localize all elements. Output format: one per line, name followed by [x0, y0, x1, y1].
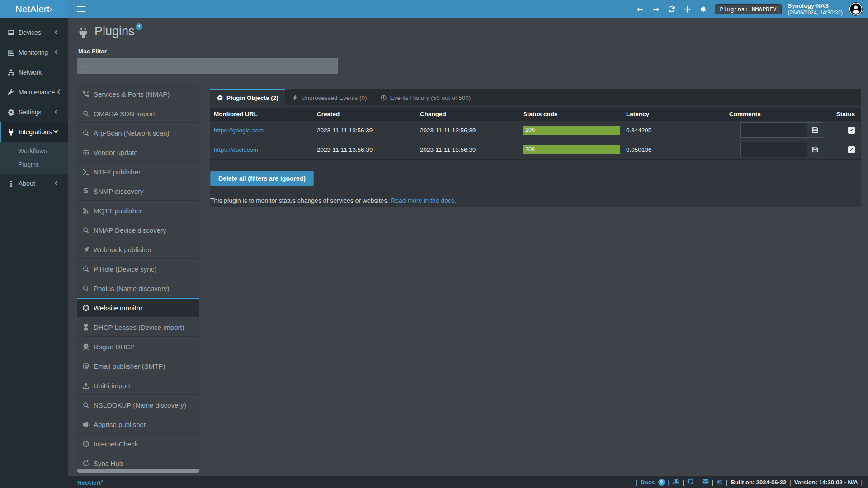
- sidebar-item-maintenance[interactable]: Maintenance: [0, 82, 68, 102]
- save-comment-button[interactable]: [807, 142, 823, 157]
- plugin-item-vendor-update[interactable]: Vendor update: [77, 142, 199, 162]
- cube-icon: [217, 95, 223, 101]
- upload-icon: [81, 382, 90, 389]
- chevron-down-icon: [52, 128, 63, 136]
- nav-icon-group: ←→: [632, 0, 711, 18]
- plugin-item-pholus-name-discovery[interactable]: Pholus (Name discovery): [77, 278, 199, 298]
- sidebar-item-monitoring[interactable]: Monitoring: [0, 42, 68, 62]
- sidebar-item-about[interactable]: About: [0, 174, 68, 193]
- plugin-item-email-publisher-smtp[interactable]: @Email publisher (SMTP): [77, 356, 199, 375]
- sidebar-item-devices[interactable]: Devices: [0, 23, 68, 42]
- plugin-item-label: Sync Hub: [94, 460, 123, 467]
- plugin-item-arp-scan-network-scan[interactable]: Arp-Scan (Network scan): [77, 123, 199, 142]
- status-code-bar: 200: [523, 126, 620, 135]
- description-text: This plugin is to monitor status changes…: [210, 197, 389, 204]
- plugins-list: Services & Ports (NMAP)OMADA SDN importA…: [77, 84, 199, 474]
- mac-filter-input[interactable]: [77, 58, 338, 74]
- plugin-item-label: NSLOOKUP (Name discovery): [94, 401, 186, 409]
- comment-input[interactable]: [740, 122, 807, 138]
- search-icon: [81, 110, 90, 117]
- user-avatar[interactable]: [849, 2, 863, 16]
- plugin-item-nslookup-name-discovery[interactable]: NSLOOKUP (Name discovery): [77, 395, 199, 414]
- plugin-item-label: DHCP Leases (Device import): [94, 324, 184, 331]
- footer-brand-link[interactable]: NetAlertx: [77, 479, 104, 486]
- plugin-item-label: Rogue DHCP: [94, 343, 135, 351]
- sidebar-toggle-button[interactable]: [75, 3, 87, 15]
- plugin-item-omada-sdn-import[interactable]: OMADA SDN import: [77, 103, 199, 123]
- sidebar-subitem-plugins[interactable]: Plugins: [0, 158, 68, 171]
- app-logo[interactable]: NetAlertx: [0, 0, 68, 18]
- plugin-description: This plugin is to monitor status changes…: [210, 197, 861, 204]
- rss-icon: [81, 207, 90, 214]
- tab-bar: Plugin Objects (2)Unprocessed Events (0)…: [210, 89, 861, 105]
- plugin-item-ntfy-publisher[interactable]: NTFY publisher: [77, 162, 199, 181]
- copyright-icon[interactable]: ©: [717, 479, 723, 486]
- docs-link[interactable]: Read more in the docs.: [391, 197, 456, 204]
- status-checkbox[interactable]: ✓: [848, 127, 855, 134]
- plugin-item-services-ports-nmap[interactable]: Services & Ports (NMAP): [77, 84, 199, 103]
- envelope-icon: [702, 478, 709, 485]
- host-time: (26/06/2024, 14:30:32): [788, 9, 843, 16]
- monitored-url-link[interactable]: https://duck.com: [214, 146, 258, 153]
- footer-separator: |: [697, 479, 698, 486]
- sidebar-item-network[interactable]: Network: [0, 62, 68, 82]
- plugin-item-apprise-publisher[interactable]: Apprise publisher: [77, 414, 199, 434]
- plugin-item-website-monitor[interactable]: Website monitor: [77, 298, 199, 317]
- back-button[interactable]: ←: [632, 0, 648, 18]
- save-comment-button[interactable]: [807, 122, 823, 138]
- comment-input[interactable]: [740, 142, 807, 157]
- plugin-status-badge[interactable]: Plugins: NMAPDEV: [715, 4, 781, 14]
- plugin-item-pihole-device-sync[interactable]: PiHole (Device sync): [77, 259, 199, 278]
- comments-cell: [726, 140, 829, 160]
- sidebar-item-label: Network: [19, 69, 63, 76]
- footer-brand-text: NetAlert: [77, 479, 101, 486]
- plugin-item-dhcp-leases-device-import[interactable]: DHCP Leases (Device import): [77, 317, 199, 337]
- delete-all-button[interactable]: Delete all (filters are ignored): [210, 171, 314, 186]
- github-icon: [687, 478, 694, 485]
- column-header-monitored-url: Monitored URL: [210, 108, 313, 121]
- sidebar-subitem-workflows[interactable]: Workflows: [0, 144, 68, 158]
- column-header-latency: Latency: [623, 108, 726, 121]
- status-code-bar: 200: [523, 145, 620, 154]
- table-row: https://duck.com2023-11-11 13:56:392023-…: [210, 140, 861, 160]
- plugin-item-mqtt-publisher[interactable]: MQTT publisher: [77, 201, 199, 220]
- bug-icon[interactable]: [673, 478, 679, 486]
- plug-icon: [77, 27, 89, 39]
- column-header-comments: Comments: [726, 108, 829, 121]
- plugin-item-label: Arp-Scan (Network scan): [94, 129, 170, 137]
- plugin-item-label: Apprise publisher: [94, 421, 146, 428]
- sidebar-item-integrations[interactable]: Integrations: [0, 122, 68, 142]
- github-icon[interactable]: [687, 478, 694, 486]
- question-icon[interactable]: ?: [658, 479, 665, 486]
- envelope-icon[interactable]: [702, 478, 709, 486]
- status-code-cell: 200: [519, 140, 623, 160]
- monitored-url-link[interactable]: https://google.com: [214, 127, 264, 134]
- footer-docs-link[interactable]: Docs: [641, 479, 655, 486]
- refresh-button[interactable]: [664, 0, 679, 18]
- plugin-item-webhook-publisher[interactable]: Webhook publisher: [77, 239, 199, 259]
- refresh-icon: [668, 6, 675, 13]
- hourglass-icon: [81, 324, 90, 331]
- plugin-item-internet-check[interactable]: Internet-Check: [77, 434, 199, 453]
- globe-icon: [81, 441, 90, 447]
- plugin-item-rogue-dhcp[interactable]: Rogue DHCP: [77, 337, 199, 356]
- notifications-button[interactable]: [695, 0, 711, 18]
- tab-events-history-50-out-of-500[interactable]: Events History (50 out of 500): [374, 89, 478, 105]
- help-badge[interactable]: ?: [136, 23, 142, 30]
- sidebar-item-label: Settings: [19, 108, 52, 116]
- plugins-list-scrollbar[interactable]: [77, 469, 199, 473]
- plugin-item-nmap-device-discovery[interactable]: NMAP Device discovery: [77, 220, 199, 239]
- forward-button[interactable]: →: [648, 0, 664, 18]
- plugin-item-snmp-discovery[interactable]: SSNMP discovery: [77, 181, 199, 201]
- comment-input-group: [729, 142, 823, 157]
- footer-separator: |: [861, 479, 863, 486]
- tab-plugin-objects-2[interactable]: Plugin Objects (2): [210, 89, 285, 105]
- plugin-item-unifi-import[interactable]: UniFi import: [77, 375, 199, 395]
- sidebar-item-settings[interactable]: Settings: [0, 102, 68, 122]
- fullscreen-button[interactable]: [679, 0, 695, 18]
- column-header-changed: Changed: [416, 108, 519, 121]
- chevron-left-icon: [52, 180, 63, 188]
- sidebar-item-label: About: [19, 180, 52, 187]
- tab-unprocessed-events-0[interactable]: Unprocessed Events (0): [285, 89, 374, 105]
- status-checkbox[interactable]: ✓: [848, 146, 855, 153]
